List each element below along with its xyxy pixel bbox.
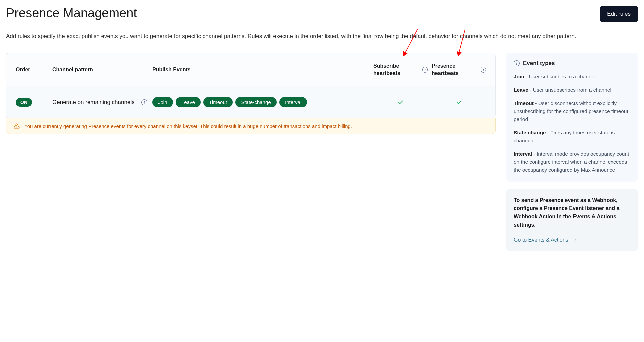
goto-link-label: Go to Events & Actions	[514, 237, 568, 243]
check-icon	[456, 99, 462, 105]
event-pill-join: Join	[152, 97, 173, 107]
event-def-join: Join - User subscribes to a channel	[514, 73, 631, 81]
th-presence-heartbeats: Presence heartbeats i	[430, 59, 488, 80]
check-icon	[398, 99, 404, 105]
th-presence-heartbeats-label: Presence heartbeats	[432, 62, 477, 77]
cell-order: ON	[14, 95, 50, 110]
warning-icon	[14, 123, 20, 129]
event-def-timeout: Timeout - User disconnects without expli…	[514, 99, 631, 123]
page-title: Presence Management	[6, 6, 137, 20]
table-row: ON Generate on remaining channels i Join…	[6, 86, 495, 118]
event-pill-state-change: State-change	[235, 97, 276, 107]
info-icon[interactable]: i	[422, 67, 428, 73]
th-publish-events: Publish Events	[150, 63, 371, 76]
page-description: Add rules to specify the exact publish e…	[6, 32, 638, 41]
th-subscribe-heartbeats-label: Subscribe heartbeats	[373, 62, 419, 77]
event-types-title: Event types	[523, 60, 555, 67]
th-channel-pattern: Channel pattern	[50, 63, 150, 76]
event-def-interval: Interval - Interval mode provides occupa…	[514, 150, 631, 174]
th-order: Order	[14, 63, 50, 76]
channel-pattern-text: Generate on remaining channels	[52, 98, 135, 106]
event-pill-leave: Leave	[176, 97, 201, 107]
on-badge: ON	[16, 98, 32, 107]
event-types-panel: i Event types Join - User subscribes to …	[506, 53, 638, 181]
cell-publish-events: Join Leave Timeout State-change Interval	[150, 94, 371, 111]
cell-subscribe-heartbeats	[371, 96, 430, 109]
info-icon[interactable]: i	[481, 67, 486, 73]
info-icon: i	[514, 60, 520, 66]
arrow-right-icon: →	[572, 237, 578, 244]
warning-text: You are currently generating Presence ev…	[24, 123, 352, 129]
rules-table: Order Channel pattern Publish Events Sub…	[6, 53, 496, 118]
event-def-state-change: State change - Fires any times user stat…	[514, 129, 631, 145]
event-pill-timeout: Timeout	[203, 97, 233, 107]
th-subscribe-heartbeats: Subscribe heartbeats i	[371, 59, 430, 80]
event-def-leave: Leave - User unsubscribes from a channel	[514, 86, 631, 94]
webhook-note: To send a Presence event as a Webhook, c…	[514, 196, 631, 229]
warning-banner: You are currently generating Presence ev…	[6, 118, 496, 134]
goto-events-actions-link[interactable]: Go to Events & Actions →	[514, 237, 578, 244]
info-icon[interactable]: i	[141, 99, 147, 105]
webhook-panel: To send a Presence event as a Webhook, c…	[506, 189, 638, 251]
event-pill-interval: Interval	[279, 97, 307, 107]
edit-rules-button[interactable]: Edit rules	[600, 6, 638, 22]
cell-channel-pattern: Generate on remaining channels i	[50, 95, 150, 110]
cell-presence-heartbeats	[430, 96, 488, 109]
table-header-row: Order Channel pattern Publish Events Sub…	[6, 53, 495, 86]
